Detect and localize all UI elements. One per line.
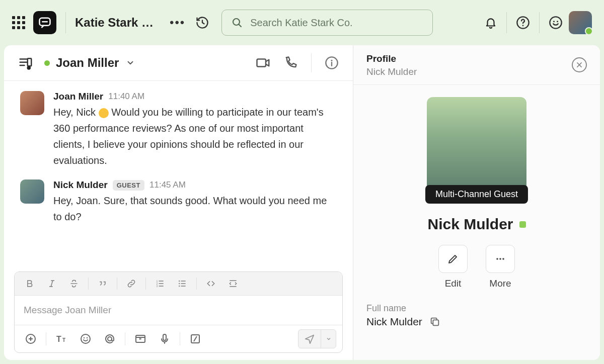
message-input[interactable]: Message Joan Miller [15, 296, 342, 325]
link-button[interactable] [121, 275, 141, 292]
divider [311, 53, 312, 72]
message: Joan Miller 11:40 AM Hey, Nick Would you… [20, 91, 337, 168]
close-profile-button[interactable] [572, 57, 587, 72]
bold-icon [25, 279, 35, 289]
info-icon [325, 56, 339, 70]
workspace-name[interactable]: Katie Stark C… [75, 16, 161, 30]
copy-full-name-button[interactable] [429, 316, 440, 327]
italic-button[interactable] [42, 275, 62, 292]
edit-label: Edit [445, 278, 462, 289]
svg-rect-47 [163, 334, 166, 340]
divider [539, 12, 540, 33]
video-clip-icon [134, 333, 146, 345]
italic-icon [47, 279, 57, 289]
divider [506, 12, 507, 33]
phone-icon [284, 56, 298, 70]
emoji-reactions-button[interactable] [549, 16, 563, 30]
strikethrough-button[interactable] [64, 275, 84, 292]
more-menu-button[interactable]: ••• [170, 16, 185, 30]
svg-point-8 [557, 21, 558, 22]
message-author[interactable]: Nick Mulder [53, 179, 108, 191]
current-user-avatar[interactable] [569, 11, 592, 34]
bullet-list-button[interactable] [172, 275, 192, 292]
info-button[interactable] [325, 56, 339, 70]
multi-channel-guest-badge: Multi-Channel Guest [425, 185, 528, 204]
app-logo[interactable] [33, 11, 56, 34]
presence-indicator [519, 221, 526, 228]
svg-point-44 [108, 337, 112, 341]
profile-avatar[interactable]: Multi-Channel Guest [427, 97, 526, 197]
profile-header: Profile Nick Mulder [353, 45, 600, 85]
composer-actions: TT [15, 325, 342, 352]
history-icon [195, 16, 209, 30]
full-name-label: Full name [366, 303, 587, 314]
channel-list-toggle[interactable] [18, 55, 33, 70]
copy-icon [429, 316, 440, 327]
more-label: More [489, 278, 511, 289]
svg-point-53 [499, 258, 501, 260]
message-time: 11:40 AM [108, 92, 144, 102]
help-button[interactable] [516, 16, 530, 30]
chat-bubble-icon [38, 16, 52, 30]
record-audio-button[interactable] [155, 330, 175, 348]
quote-button[interactable] [93, 275, 113, 292]
svg-point-29 [179, 283, 180, 285]
pencil-icon [447, 253, 459, 265]
svg-line-49 [194, 336, 197, 341]
chat-title-dropdown[interactable] [126, 58, 135, 67]
notifications-button[interactable] [484, 16, 497, 29]
search-bar[interactable] [221, 10, 433, 36]
message: Nick Mulder GUEST 11:45 AM Hey, Joan. Su… [20, 179, 337, 225]
code-block-button[interactable] [223, 275, 243, 292]
svg-line-3 [239, 25, 242, 27]
svg-text:3: 3 [157, 285, 158, 288]
more-dots-icon [494, 253, 506, 265]
mic-icon [159, 333, 171, 345]
mention-button[interactable] [100, 330, 120, 348]
send-button[interactable] [298, 330, 321, 348]
message-author[interactable]: Joan Miller [53, 91, 103, 102]
plus-circle-icon [25, 333, 37, 345]
message-text: Hey, Joan. Sure, that sounds good. What … [53, 193, 337, 225]
search-input[interactable] [250, 17, 423, 29]
chat-panel: Joan Miller [4, 45, 353, 360]
svg-rect-14 [257, 59, 266, 67]
chevron-down-icon [326, 336, 332, 342]
chat-title[interactable]: Joan Miller [56, 56, 119, 70]
svg-point-54 [502, 258, 504, 260]
help-icon [516, 16, 530, 30]
message-list: Joan Miller 11:40 AM Hey, Nick Would you… [4, 81, 353, 271]
text-size-icon: TT [55, 333, 67, 345]
emoji-button[interactable] [76, 330, 96, 348]
avatar[interactable] [20, 179, 44, 204]
history-button[interactable] [195, 16, 209, 30]
ordered-list-button[interactable]: 123 [150, 275, 170, 292]
svg-point-5 [522, 25, 524, 26]
send-options-button[interactable] [321, 330, 336, 348]
voice-call-button[interactable] [284, 56, 298, 70]
code-icon [206, 279, 216, 289]
link-icon [126, 279, 136, 289]
at-icon [104, 333, 116, 345]
format-toolbar: 123 [15, 272, 342, 296]
svg-point-30 [179, 286, 180, 287]
code-block-icon [228, 279, 238, 289]
attach-button[interactable] [21, 330, 41, 348]
apps-grid-icon[interactable] [12, 16, 25, 29]
svg-point-7 [553, 21, 555, 22]
strikethrough-icon [69, 279, 79, 289]
video-call-button[interactable] [256, 55, 271, 70]
chat-header: Joan Miller [4, 45, 353, 81]
svg-text:T: T [62, 337, 65, 343]
message-text: Hey, Nick Would you be willing to partic… [53, 104, 337, 168]
more-profile-button[interactable] [486, 245, 515, 273]
avatar[interactable] [20, 91, 44, 115]
svg-point-41 [81, 334, 90, 343]
edit-profile-button[interactable] [438, 245, 468, 273]
record-video-button[interactable] [130, 330, 150, 348]
bold-button[interactable] [20, 275, 40, 292]
code-button[interactable] [201, 275, 221, 292]
text-format-button[interactable]: TT [51, 330, 71, 348]
shortcuts-button[interactable] [185, 330, 205, 348]
svg-point-28 [179, 281, 180, 282]
